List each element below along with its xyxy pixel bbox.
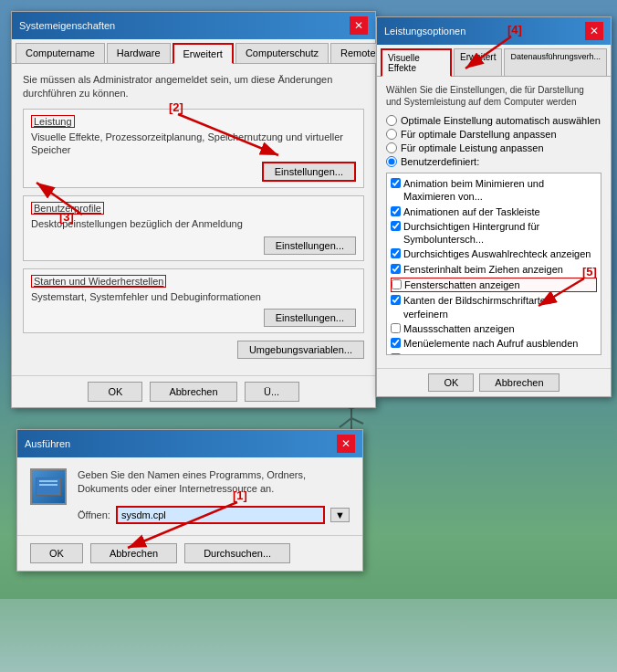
cb-animationen-taskleiste-input[interactable]	[391, 206, 401, 216]
perf-desc: Wählen Sie die Einstellungen, die für Da…	[386, 84, 601, 108]
radio-darstellung: Für optimale Darstellung anpassen	[386, 129, 601, 140]
tab-datenasfuehrung[interactable]: Datenausführungsverh...	[504, 48, 607, 76]
main-apply-btn[interactable]: Ü...	[245, 382, 299, 402]
run-dialog-titlebar: Ausführen ✕	[17, 430, 362, 457]
cb-durchsichtig-hintergrund-label: Durchsichtigen Hintergrund für Symbolunt…	[403, 220, 597, 247]
annotation-label-5: [5]	[582, 265, 597, 278]
cb-fensterschatten-input[interactable]	[392, 279, 402, 289]
run-browse-btn[interactable]: Durchsuchen...	[184, 543, 290, 563]
umgebungsvariablen-btn[interactable]: Umgebungsvariablen...	[237, 341, 364, 359]
cb-animation-minimieren-label: Animation beim Minimieren und Maximieren…	[403, 177, 597, 204]
radio-leistung: Für optimale Leistung anpassen	[386, 142, 601, 153]
cb-animationen-taskleiste-label: Animationen auf der Taskleiste	[403, 205, 540, 218]
admin-warning: Sie müssen als Administrator angemeldet …	[23, 73, 364, 101]
radio-auto-input[interactable]	[386, 115, 397, 126]
cb-menuelemente-input[interactable]	[391, 338, 401, 348]
run-footer: OK Abbrechen Durchsuchen...	[17, 535, 362, 571]
perf-footer: OK Abbrechen	[377, 368, 611, 396]
run-dropdown-btn[interactable]: ▼	[330, 508, 350, 522]
cb-menues-ansicht-input[interactable]	[391, 353, 401, 355]
cb-durchsichtig-hintergrund: Durchsichtigen Hintergrund für Symbolunt…	[391, 220, 597, 247]
perf-dialog-titlebar: Leistungsoptionen ✕	[377, 17, 611, 45]
leistung-title: Leistung	[31, 115, 75, 128]
perf-ok-btn[interactable]: OK	[428, 373, 474, 392]
perf-cancel-btn[interactable]: Abbrechen	[479, 373, 559, 392]
cb-animationen-taskleiste: Animationen auf der Taskleiste	[391, 205, 597, 218]
cb-menuelemente: Menüelemente nach Aufruf ausblenden	[391, 337, 597, 350]
main-tabs-row: Computername Hardware Erweitert Computer…	[12, 39, 375, 64]
tab-visuelle-effekte[interactable]: Visuelle Effekte	[381, 48, 452, 77]
cb-mausschatten-input[interactable]	[391, 323, 401, 333]
run-body: Geben Sie den Namen eines Programms, Ord…	[17, 457, 362, 535]
run-input-field[interactable]	[116, 506, 325, 524]
benutzerprofile-section: Benutzerprofile Desktopeinstellungen bez…	[23, 195, 364, 260]
cb-durchsichtig-auswahl-label: Durchsichtiges Auswahlrechteck anzeigen	[403, 247, 591, 260]
cb-kanten-label: Kanten der Bildschirmschriftarten verfei…	[403, 294, 597, 320]
main-dialog-close[interactable]: ✕	[350, 16, 368, 35]
cb-menues-ansicht: Menüs in Ansicht ein- oder ausblenden	[391, 352, 597, 355]
cb-animation-minimieren-input[interactable]	[391, 178, 401, 188]
leistung-desc: Visuelle Effekte, Prozessorzeitplanung, …	[31, 131, 356, 157]
run-ok-btn[interactable]: OK	[30, 543, 83, 563]
tab-perf-erweitert[interactable]: Erweitert	[454, 48, 502, 76]
leistung-settings-btn[interactable]: Einstellungen...	[262, 162, 356, 182]
perf-dialog-close[interactable]: ✕	[585, 22, 603, 40]
cb-menuelemente-label: Menüelemente nach Aufruf ausblenden	[403, 337, 578, 350]
main-dialog-footer: OK Abbrechen Ü...	[12, 375, 375, 407]
cb-fensterschatten-label: Fensterschatten anzeigen	[404, 278, 520, 291]
cb-durchsichtig-auswahl-input[interactable]	[391, 248, 401, 258]
cb-mausschatten-label: Maussschatten anzeigen	[403, 322, 515, 335]
run-desc: Geben Sie den Namen eines Programms, Ord…	[78, 468, 350, 497]
tab-computerschutz[interactable]: Computerschutz	[235, 43, 329, 63]
leistungsoptionen-dialog: Leistungsoptionen ✕ Visuelle Effekte Erw…	[376, 16, 612, 397]
cb-fensterschatten: Fensterschatten anzeigen	[391, 278, 597, 292]
main-dialog-title: Systemeigenschaften	[19, 20, 115, 31]
perf-body: Wählen Sie die Einstellungen, die für Da…	[377, 77, 611, 368]
main-cancel-btn[interactable]: Abbrechen	[150, 382, 236, 402]
starten-settings-btn[interactable]: Einstellungen...	[264, 309, 356, 327]
radio-leistung-input[interactable]	[386, 142, 397, 153]
radio-custom: Benutzerdefiniert:	[386, 156, 601, 167]
cb-durchsichtig-hintergrund-input[interactable]	[391, 221, 401, 231]
radio-group: Optimale Einstellung automatisch auswähl…	[386, 115, 601, 167]
run-icon-inner	[36, 478, 61, 496]
cb-menues-ansicht-label: Menüs in Ansicht ein- oder ausblenden	[403, 352, 577, 355]
radio-auto: Optimale Einstellung automatisch auswähl…	[386, 115, 601, 126]
radio-auto-label: Optimale Einstellung automatisch auswähl…	[401, 115, 601, 126]
snow-area	[0, 599, 617, 672]
cb-fensterinhalt: Fensterinhalt beim Ziehen anzeigen	[391, 263, 597, 276]
starten-desc: Systemstart, Systemfehler und Debuginfor…	[31, 290, 356, 303]
run-text-area: Geben Sie den Namen eines Programms, Ord…	[78, 468, 350, 524]
annotation-label-3: [3]	[59, 210, 74, 224]
main-ok-btn[interactable]: OK	[88, 382, 142, 402]
run-icon	[30, 468, 67, 505]
benutzerprofile-desc: Desktopeinstellungen bezüglich der Anmel…	[31, 217, 356, 230]
starten-title: Starten und Wiederherstellen	[31, 275, 166, 288]
cb-durchsichtig-auswahl: Durchsichtiges Auswahlrechteck anzeigen	[391, 247, 597, 260]
perf-tabs-row: Visuelle Effekte Erweitert Datenausführu…	[377, 45, 611, 77]
cb-kanten-input[interactable]	[391, 295, 401, 305]
tab-erweitert[interactable]: Erweitert	[173, 43, 234, 64]
benutzerprofile-settings-btn[interactable]: Einstellungen...	[264, 236, 356, 255]
starten-section: Starten und Wiederherstellen Systemstart…	[23, 268, 364, 333]
cb-animation-minimieren: Animation beim Minimieren und Maximieren…	[391, 177, 597, 204]
cb-kanten: Kanten der Bildschirmschriftarten verfei…	[391, 294, 597, 320]
cb-fensterinhalt-label: Fensterinhalt beim Ziehen anzeigen	[403, 263, 563, 276]
tab-computername[interactable]: Computername	[16, 43, 105, 63]
run-cancel-btn[interactable]: Abbrechen	[90, 543, 177, 563]
run-input-row: Öffnen: ▼	[78, 506, 350, 524]
radio-custom-input[interactable]	[386, 156, 397, 167]
main-dialog-titlebar: Systemeigenschaften ✕	[12, 12, 375, 39]
annotation-label-1: [1]	[233, 488, 247, 502]
radio-darstellung-input[interactable]	[386, 129, 397, 140]
radio-darstellung-label: Für optimale Darstellung anpassen	[401, 129, 557, 140]
radio-leistung-label: Für optimale Leistung anpassen	[401, 142, 544, 153]
run-open-label: Öffnen:	[78, 509, 110, 520]
tab-hardware[interactable]: Hardware	[107, 43, 171, 63]
leistung-section: Leistung Visuelle Effekte, Prozessorzeit…	[23, 109, 364, 189]
perf-dialog-title: Leistungsoptionen	[384, 26, 465, 37]
cb-fensterinhalt-input[interactable]	[391, 264, 401, 274]
run-dialog-close[interactable]: ✕	[337, 435, 355, 453]
annotation-label-2: [2]	[169, 100, 183, 114]
run-dialog-title: Ausführen	[25, 438, 70, 449]
